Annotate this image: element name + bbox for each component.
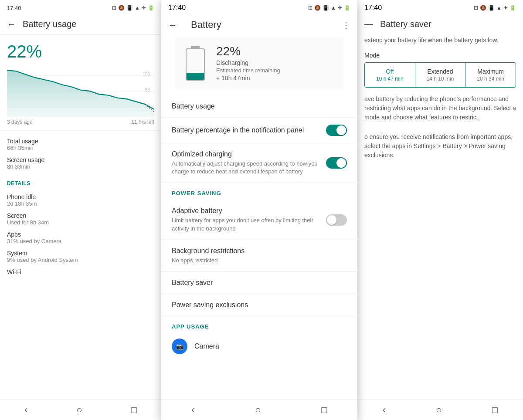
center-title: Battery	[191, 19, 221, 30]
right-vibrate-icon: 📳	[488, 5, 495, 11]
chart-label-left: 3 days ago	[7, 119, 33, 125]
center-home-nav[interactable]: ○	[245, 401, 271, 419]
notification-panel-item[interactable]: Battery percentage in the notification p…	[161, 118, 357, 143]
screen-detail-value: Used for 8h 34m	[7, 219, 154, 226]
notification-panel-title: Battery percentage in the notification p…	[172, 126, 326, 134]
right-time: 17:40	[364, 4, 382, 12]
stats-section: Total usage 66h 35min Screen usage 8h 33…	[0, 134, 161, 179]
right-header: — Battery saver	[357, 16, 523, 34]
svg-text:100: 100	[143, 72, 150, 78]
optimized-charging-title: Optimized charging	[172, 150, 321, 158]
wifi-item: Wi-Fi	[7, 268, 154, 275]
right-back-button[interactable]: —	[364, 19, 373, 29]
center-back-nav[interactable]: ‹	[181, 401, 205, 419]
left-back-nav[interactable]: ‹	[14, 401, 38, 419]
total-usage-label: Total usage	[7, 138, 154, 145]
background-restrictions-content: Background restrictions No apps restrict…	[172, 247, 347, 264]
power-saving-exclusions-title: Power saving exclusions	[172, 301, 347, 309]
background-restrictions-title: Background restrictions	[172, 247, 347, 255]
battery-time: + 10h 47min	[216, 75, 333, 81]
app-usage-label: APP USAGE	[161, 316, 357, 333]
divider-1	[0, 130, 161, 131]
notification-panel-toggle[interactable]	[326, 125, 347, 136]
right-status-bar: 17:40 ⊡ 🔕 📳 ▲ ✈ 🔋	[357, 0, 523, 16]
center-header-left: ← Battery	[168, 19, 221, 30]
left-header: ← Battery usage	[0, 16, 161, 35]
center-header: ← Battery ⋮	[161, 16, 357, 37]
center-screenshot-icon: ⊡	[308, 5, 312, 11]
mode-extended-option[interactable]: Extended 14 h 10 min	[415, 63, 466, 87]
mode-label: Mode	[357, 50, 523, 62]
total-usage-item: Total usage 66h 35min	[7, 138, 154, 151]
svg-marker-6	[7, 70, 154, 117]
adaptive-battery-content: Adaptive battery Limit battery for apps …	[172, 207, 321, 232]
right-battery-icon: 🔋	[509, 5, 516, 11]
mode-maximum-time: 20 h 34 min	[469, 76, 512, 82]
optimized-charging-content: Optimized charging Automatically adjust …	[172, 150, 321, 176]
right-description: extend your battery life when the batter…	[357, 34, 523, 50]
airplane-icon: ✈	[142, 5, 146, 11]
right-wifi-icon: ▲	[496, 5, 502, 11]
battery-saver-title: Battery saver	[172, 279, 347, 287]
camera-app-item[interactable]: 📷 Camera	[161, 333, 357, 359]
phone-idle-value: 2d 18h 35m	[7, 200, 154, 207]
battery-info-container: 22% Discharging Estimated time remaining…	[161, 37, 357, 95]
battery-chart: 100 50 0	[0, 65, 161, 117]
center-recents-nav[interactable]: □	[311, 401, 337, 419]
battery-usage-item[interactable]: Battery usage	[161, 95, 357, 118]
background-restrictions-item[interactable]: Background restrictions No apps restrict…	[161, 240, 357, 272]
battery-usage-title: Battery usage	[172, 102, 347, 110]
center-status-icons: ⊡ 🔕 📳 ▲ ✈ 🔋	[308, 5, 350, 11]
battery-estimated: Estimated time remaining	[216, 67, 333, 74]
battery-icon-left: 🔋	[148, 5, 154, 11]
more-options-button[interactable]: ⋮	[342, 20, 350, 30]
center-back-button[interactable]: ←	[168, 20, 177, 30]
right-airplane-icon: ✈	[503, 5, 508, 11]
battery-body	[186, 48, 205, 81]
left-home-nav[interactable]: ○	[66, 401, 92, 419]
adaptive-battery-subtitle: Limit battery for apps you don't use oft…	[172, 217, 321, 232]
left-back-button[interactable]: ←	[7, 19, 16, 29]
left-time: 17:40	[7, 5, 21, 11]
screen-usage-label: Screen usage	[7, 156, 154, 163]
optimized-charging-toggle[interactable]	[326, 157, 347, 169]
battery-saver-item[interactable]: Battery saver	[161, 272, 357, 294]
right-back-nav[interactable]: ‹	[372, 401, 396, 419]
center-time: 17:40	[168, 4, 186, 12]
power-saving-exclusions-item[interactable]: Power saving exclusions	[161, 294, 357, 316]
camera-app-label: Camera	[194, 342, 219, 350]
right-status-icons: ⊡ 🔕 📳 ▲ ✈ 🔋	[474, 5, 516, 11]
center-panel: 17:40 ⊡ 🔕 📳 ▲ ✈ 🔋 ← Battery ⋮ 22%	[161, 0, 357, 420]
right-home-nav[interactable]: ○	[425, 401, 452, 419]
right-title: Battery saver	[380, 19, 431, 29]
right-body-text-2: o ensure you receive notifications from …	[357, 129, 523, 167]
right-body-text-1: ave battery by reducing the phone's perf…	[357, 88, 523, 129]
optimized-charging-item[interactable]: Optimized charging Automatically adjust …	[161, 143, 357, 183]
notification-panel-content: Battery percentage in the notification p…	[172, 126, 326, 134]
battery-icon-large	[186, 46, 207, 81]
mode-maximum-label: Maximum	[469, 68, 512, 75]
mode-maximum-option[interactable]: Maximum 20 h 34 min	[465, 63, 516, 87]
background-restrictions-subtitle: No apps restricted	[172, 257, 347, 264]
toggle-thumb-adaptive	[327, 215, 336, 225]
center-battery-icon: 🔋	[344, 5, 350, 11]
details-section: Phone idle 2d 18h 35m Screen Used for 8h…	[0, 190, 161, 284]
screen-usage-value: 8h 33min	[7, 163, 154, 170]
system-value: 9% used by Android System	[7, 257, 154, 263]
center-scroll: Battery usage Battery percentage in the …	[161, 95, 357, 391]
system-item: System 9% used by Android System	[7, 250, 154, 263]
left-title: Battery usage	[23, 19, 76, 29]
mode-off-option[interactable]: Off 10 h 47 min	[365, 63, 415, 87]
adaptive-battery-toggle[interactable]	[326, 214, 347, 226]
mode-off-time: 10 h 47 min	[368, 76, 411, 82]
right-recents-nav[interactable]: □	[482, 401, 508, 419]
camera-app-icon: 📷	[172, 339, 187, 354]
adaptive-battery-item[interactable]: Adaptive battery Limit battery for apps …	[161, 200, 357, 240]
mode-extended-label: Extended	[419, 68, 462, 75]
center-status-bar: 17:40 ⊡ 🔕 📳 ▲ ✈ 🔋	[161, 0, 357, 16]
left-recents-nav[interactable]: □	[121, 401, 147, 419]
apps-value: 31% used by Camera	[7, 238, 154, 244]
battery-text-info: 22% Discharging Estimated time remaining…	[216, 44, 333, 81]
wifi-label: Wi-Fi	[7, 268, 154, 275]
left-status-bar: 17:40 ⊡ 🔕 📳 ▲ ✈ 🔋	[0, 0, 161, 16]
